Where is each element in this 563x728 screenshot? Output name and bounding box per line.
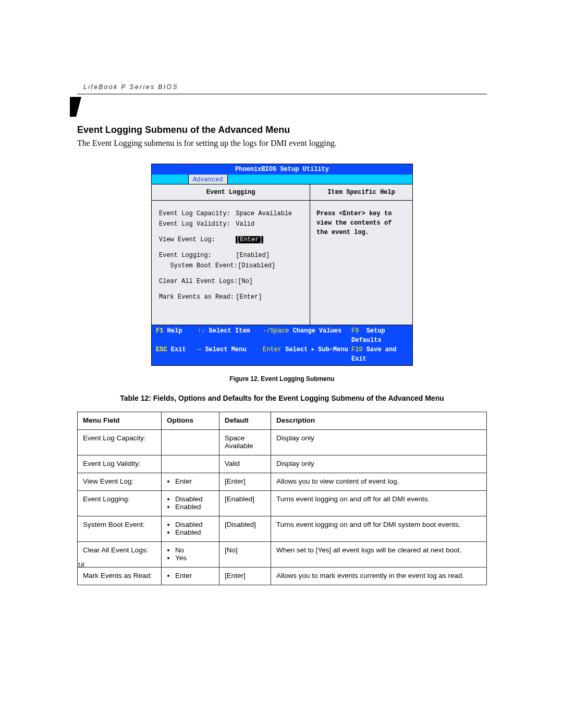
- option-item: Enter: [175, 572, 214, 579]
- cell-default: [No]: [219, 542, 271, 567]
- cell-options: [162, 455, 219, 473]
- bios-tab-advanced[interactable]: Advanced: [188, 175, 228, 184]
- select-submenu-post: Sub-Menu: [314, 346, 348, 353]
- cell-menu: View Event Log:: [78, 473, 162, 491]
- triangle-right-icon: [312, 346, 314, 353]
- fkey-f1: F1: [156, 327, 163, 335]
- bios-field-row[interactable]: System Boot Event:[Disabled]: [159, 261, 302, 270]
- cell-menu: Event Log Validity:: [78, 455, 162, 473]
- figure-caption: Figure 12. Event Logging Submenu: [77, 375, 487, 382]
- fkey-f9: F9: [351, 327, 359, 335]
- bios-field-row[interactable]: Clear All Event Logs:[No]: [159, 277, 302, 286]
- page: LifeBook P Series BIOS Event Logging Sub…: [0, 0, 563, 728]
- bios-field-label: Clear All Event Logs:: [159, 277, 238, 286]
- bios-field-value: Space Available: [236, 209, 302, 218]
- table-row: System Boot Event:DisabledEnabled[Disabl…: [78, 516, 487, 542]
- cell-description: Display only: [271, 455, 487, 473]
- cell-menu: Mark Events as Read:: [78, 567, 162, 585]
- select-menu-label: Select Menu: [205, 346, 246, 353]
- bios-field-row[interactable]: Mark Events as Read:[Enter]: [159, 292, 302, 302]
- bios-title: PhoenixBIOS Setup Utility: [152, 164, 412, 175]
- bios-help-text: Press <Enter> key to view the contents o…: [310, 201, 412, 325]
- bios-left-header: Event Logging: [152, 184, 310, 201]
- bios-field-row[interactable]: View Event Log:[Enter]: [159, 235, 302, 244]
- bios-field-value: [Disabled]: [238, 261, 302, 270]
- option-item: Disabled: [175, 521, 214, 528]
- table-title: Table 12: Fields, Options and Defaults f…: [77, 394, 487, 402]
- bios-fields: Event Log Capacity:Space AvailableEvent …: [152, 201, 310, 325]
- table-row: Clear All Event Logs:NoYes[No]When set t…: [78, 542, 487, 567]
- cell-default: [Disabled]: [219, 516, 271, 542]
- bios-field-row[interactable]: Event Logging:[Enabled]: [159, 251, 302, 260]
- section-intro: The Event Logging submenu is for setting…: [77, 139, 487, 148]
- bios-screenshot: PhoenixBIOS Setup Utility Advanced Event…: [151, 164, 413, 366]
- bios-menubar: Advanced: [152, 175, 412, 184]
- key-minus-space: -/Space: [263, 327, 289, 335]
- arrow-ud-icon: ↑↓: [198, 327, 205, 335]
- bios-field-label: View Event Log:: [159, 235, 236, 244]
- bios-field-label: Mark Events as Read:: [159, 292, 236, 302]
- running-head: LifeBook P Series BIOS: [77, 83, 487, 91]
- key-esc: ESC: [156, 346, 167, 353]
- bios-field-label: Event Log Capacity:: [159, 209, 236, 218]
- bios-field-label: System Boot Event:: [159, 261, 238, 270]
- bios-field-value: [No]: [238, 277, 302, 286]
- bios-field-label: Event Logging:: [159, 251, 236, 260]
- arrow-lr-icon: ↔: [198, 346, 201, 353]
- option-item: Enabled: [175, 528, 214, 536]
- bios-field-label: Event Log Validity:: [159, 219, 236, 229]
- option-item: Enabled: [175, 503, 214, 511]
- table-row: Mark Events as Read:Enter[Enter]Allows y…: [78, 567, 487, 585]
- cell-menu: Clear All Event Logs:: [78, 542, 162, 567]
- bios-footer: F1 Help ↑↓ Select Item -/Space Change Va…: [152, 325, 412, 365]
- cell-options: DisabledEnabled: [162, 491, 219, 516]
- bios-field-row[interactable]: Event Log Capacity:Space Available: [159, 209, 302, 218]
- cell-options: Enter: [162, 473, 219, 491]
- cell-description: Allows you to view content of event log.: [271, 473, 487, 491]
- select-item-label: Select Item: [209, 327, 250, 335]
- cell-description: When set to [Yes] all event logs will be…: [271, 542, 487, 567]
- cell-menu: System Boot Event:: [78, 516, 162, 542]
- cell-description: Turns event logging on and off for DMI s…: [271, 516, 487, 542]
- bios-field-row[interactable]: Event Log Validity:Valid: [159, 219, 302, 229]
- table-row: Event Logging:DisabledEnabled[Enabled]Tu…: [78, 491, 487, 516]
- th-description: Description: [271, 412, 487, 430]
- th-menu: Menu Field: [78, 412, 162, 430]
- bios-right-header: Item Specific Help: [310, 184, 412, 201]
- cell-default: [Enter]: [219, 567, 271, 585]
- option-item: No: [175, 546, 214, 554]
- cell-menu: Event Log Capacity:: [78, 430, 162, 455]
- cell-options: DisabledEnabled: [162, 516, 219, 542]
- option-item: Enter: [175, 477, 214, 485]
- th-options: Options: [162, 412, 219, 430]
- bios-right-pane: Item Specific Help Press <Enter> key to …: [310, 184, 412, 325]
- cell-options: Enter: [162, 567, 219, 585]
- content-area: LifeBook P Series BIOS Event Logging Sub…: [77, 83, 487, 585]
- exit-label: Exit: [171, 346, 186, 353]
- table-header-row: Menu Field Options Default Description: [78, 412, 487, 430]
- cell-default: Space Available: [219, 430, 271, 455]
- bios-left-pane: Event Logging Event Log Capacity:Space A…: [152, 184, 310, 325]
- select-submenu-pre: Select: [285, 346, 311, 353]
- page-number: 18: [77, 562, 84, 569]
- fields-table: Menu Field Options Default Description E…: [77, 412, 487, 585]
- cell-description: Allows you to mark events currently in t…: [271, 567, 487, 585]
- cell-menu: Event Logging:: [78, 491, 162, 516]
- key-enter: Enter: [263, 346, 282, 353]
- th-default: Default: [219, 412, 271, 430]
- cell-default: [Enter]: [219, 473, 271, 491]
- cell-default: Valid: [219, 455, 271, 473]
- option-item: Disabled: [175, 495, 214, 503]
- fkey-f10: F10: [351, 346, 363, 353]
- cell-options: NoYes: [162, 542, 219, 567]
- header-rule: [77, 94, 487, 94]
- cell-description: Turns event logging on and off for all D…: [271, 491, 487, 516]
- table-row: View Event Log:Enter[Enter]Allows you to…: [78, 473, 487, 491]
- table-row: Event Log Validity:ValidDisplay only: [78, 455, 487, 473]
- bios-field-value: [Enter]: [236, 235, 302, 244]
- table-row: Event Log Capacity:Space AvailableDispla…: [78, 430, 487, 455]
- cell-description: Display only: [271, 430, 487, 455]
- cell-default: [Enabled]: [219, 491, 271, 516]
- change-values-label: Change Values: [293, 327, 342, 335]
- cell-options: [162, 430, 219, 455]
